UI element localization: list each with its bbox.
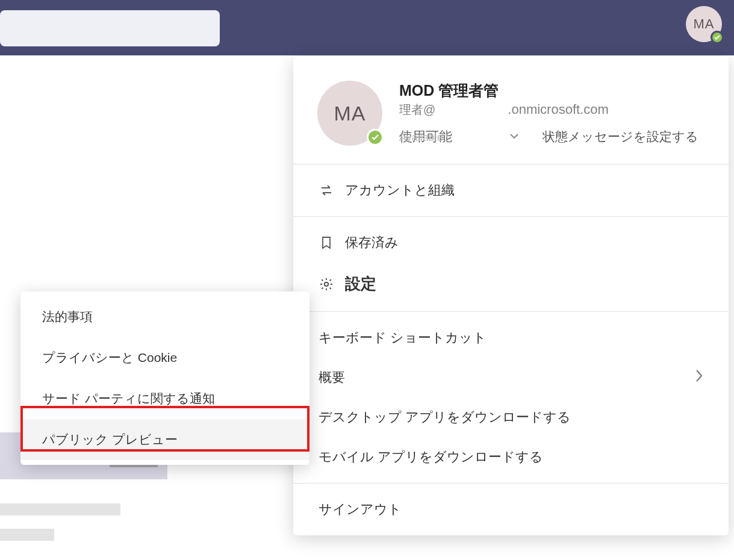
about-privacy-cookies[interactable]: プライバシーと Cookie [20,337,309,378]
menu-keyboard-shortcuts[interactable]: キーボード ショートカット [293,318,729,358]
menu-label: 保存済み [345,234,399,252]
title-bar: MA [0,0,734,55]
background-placeholder [0,529,54,541]
menu-label: サインアウト [319,502,402,517]
menu-label: アカウントと組織 [345,181,455,199]
menu-sign-out[interactable]: サインアウト [293,484,729,535]
presence-available-icon [711,31,724,44]
menu-label: デスクトップ アプリをダウンロードする [319,408,571,426]
bookmark-icon [319,236,334,249]
menu-saved[interactable]: 保存済み [293,223,729,263]
profile-avatar: MA [317,81,382,146]
user-avatar[interactable]: MA [686,6,722,42]
about-submenu: 法的事項 プライバシーと Cookie サード パーティに関する通知 パブリック… [20,291,309,465]
swap-icon [319,184,334,196]
about-public-preview[interactable]: パブリック プレビュー [20,419,309,460]
menu-label: キーボード ショートカット [319,329,487,347]
svg-point-0 [325,282,328,285]
profile-display-name: MOD 管理者管 [399,81,707,101]
search-input[interactable] [0,10,220,46]
background-placeholder [0,503,120,515]
profile-header: MA MOD 管理者管 理者@ .onmicrosoft.com Availab… [293,57,729,164]
menu-accounts-orgs[interactable]: アカウントと組織 [293,170,729,210]
profile-email-prefix: 理者@ [399,102,435,118]
menu-about[interactable]: 概要 [293,358,729,397]
about-legal[interactable]: 法的事項 [20,296,309,337]
menu-label: 設定 [345,273,376,294]
profile-email-domain: .onmicrosoft.com [508,102,609,117]
profile-menu: MA MOD 管理者管 理者@ .onmicrosoft.com Availab… [293,57,729,535]
menu-download-desktop[interactable]: デスクトップ アプリをダウンロードする [293,397,729,437]
menu-settings[interactable]: 設定 [293,263,729,305]
gear-icon [319,277,334,291]
set-status-message[interactable]: 状態メッセージを設定する [543,128,698,145]
about-third-party[interactable]: サード パーティに関する通知 [20,378,309,419]
status-selector[interactable]: Available [399,128,518,146]
presence-available-icon [367,129,384,146]
menu-label: 概要 [319,369,345,387]
menu-download-mobile[interactable]: モバイル アプリをダウンロードする [293,437,729,477]
avatar-initials: MA [694,16,715,32]
menu-label: モバイル アプリをダウンロードする [319,448,543,466]
status-available-en: Available [399,131,443,144]
avatar-initials: MA [334,102,366,125]
chevron-right-icon [695,369,703,386]
